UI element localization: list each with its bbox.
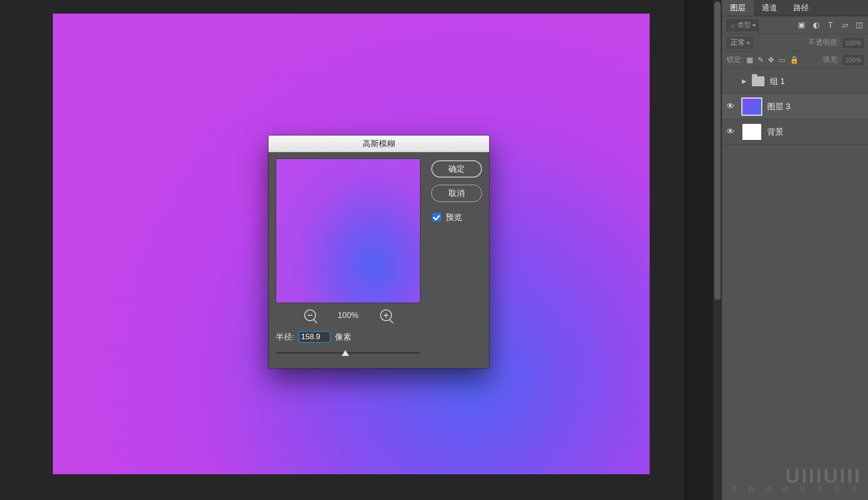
opacity-label: 不透明度: — [808, 38, 839, 47]
check-icon — [432, 213, 441, 222]
lock-all-icon[interactable]: 🔒 — [790, 56, 799, 64]
lock-label: 锁定: — [726, 55, 743, 65]
zoom-level: 100% — [338, 311, 359, 320]
dialog-title[interactable]: 高斯模糊 — [269, 136, 489, 152]
lock-transparency-icon[interactable]: ▦ — [746, 56, 753, 64]
radius-label: 半径: — [276, 332, 294, 342]
cancel-button[interactable]: 取消 — [431, 185, 482, 202]
zoom-out-icon[interactable] — [304, 309, 316, 321]
watermark-logo: UIIIUIII — [731, 465, 862, 487]
layer-name[interactable]: 背景 — [767, 126, 783, 137]
layer-name[interactable]: 组 1 — [770, 76, 785, 87]
lock-position-icon[interactable]: ✥ — [768, 56, 774, 64]
tab-layers[interactable]: 图层 — [722, 0, 754, 16]
visibility-toggle[interactable]: 👁 — [725, 102, 736, 111]
filter-type-icon[interactable]: T — [826, 21, 835, 29]
kind-filter-dropdown[interactable]: ⌕ 类型 — [726, 19, 759, 31]
radius-slider[interactable] — [277, 349, 420, 357]
lock-brush-icon[interactable]: ✎ — [758, 56, 764, 64]
chevron-right-icon[interactable]: ▶ — [742, 78, 746, 84]
layer-row-layer3[interactable]: 👁 图层 3 — [722, 94, 868, 119]
lock-artboard-icon[interactable]: ▭ — [778, 56, 785, 64]
scrollbar[interactable] — [713, 0, 722, 500]
folder-icon — [752, 76, 764, 86]
watermark: UIIIUIII 教 程 灵 感 就 看 优 优 — [731, 465, 862, 494]
tab-channels[interactable]: 通道 — [754, 0, 785, 16]
blend-mode-dropdown[interactable]: 正常 — [726, 37, 753, 49]
gaussian-blur-dialog: 高斯模糊 100% 半径: 像素 确 — [268, 135, 490, 369]
filter-pixel-icon[interactable]: ▣ — [797, 21, 806, 29]
blend-mode-value: 正常 — [731, 38, 745, 47]
opacity-value[interactable]: 100% — [843, 38, 863, 48]
layers-panel: 图层 通道 路径 ⌕ 类型 ▣ ◐ T ▱ ◫ 正常 不透明度: 100% 锁定… — [722, 0, 868, 500]
layer-name[interactable]: 图层 3 — [767, 101, 790, 112]
fill-label: 填充: — [823, 55, 839, 65]
kind-filter-label: 类型 — [737, 21, 751, 29]
fill-value[interactable]: 100% — [843, 55, 863, 65]
search-icon: ⌕ — [731, 21, 735, 29]
filter-smart-icon[interactable]: ◫ — [855, 21, 863, 29]
layer-row-group1[interactable]: 👁 ▶ 组 1 — [722, 69, 868, 94]
preview-label: 预览 — [446, 212, 462, 223]
slider-thumb[interactable] — [342, 350, 349, 356]
divider — [682, 0, 684, 500]
watermark-sub: 教 程 灵 感 就 看 优 优 — [731, 486, 862, 494]
radius-input[interactable] — [299, 331, 330, 343]
preview-checkbox[interactable]: 预览 — [432, 212, 462, 223]
preview-area[interactable] — [276, 159, 420, 303]
visibility-toggle[interactable]: 👁 — [725, 127, 736, 136]
tab-paths[interactable]: 路径 — [785, 0, 817, 16]
layer-thumbnail[interactable] — [742, 98, 762, 115]
filter-shape-icon[interactable]: ▱ — [841, 21, 849, 29]
ok-button[interactable]: 确定 — [431, 160, 482, 178]
layer-thumbnail[interactable] — [742, 123, 762, 140]
layer-row-background[interactable]: 👁 背景 — [722, 119, 868, 145]
zoom-in-icon[interactable] — [380, 309, 392, 321]
radius-unit: 像素 — [335, 332, 351, 342]
workspace: 高斯模糊 100% 半径: 像素 确 — [0, 0, 682, 500]
scrollbar-thumb[interactable] — [714, 2, 721, 300]
filter-adjust-icon[interactable]: ◐ — [812, 21, 820, 29]
